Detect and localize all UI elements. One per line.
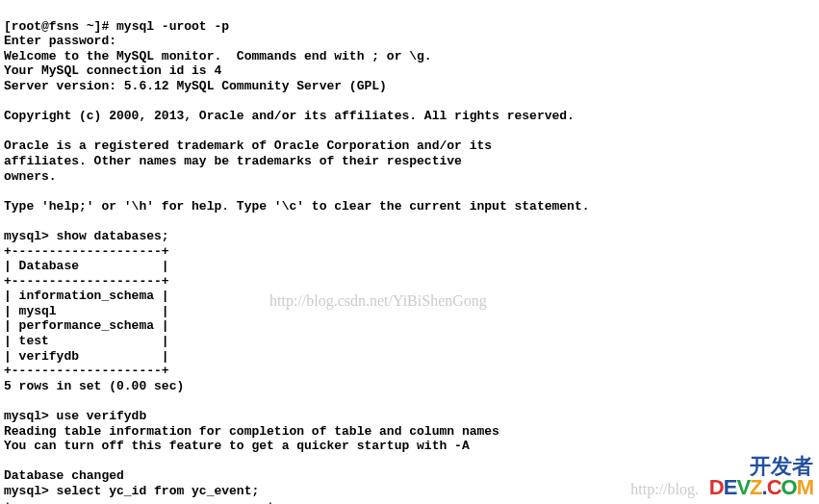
table-border: +--------------------+ xyxy=(4,244,169,259)
connection-id-text: Your MySQL connection id is 4 xyxy=(4,63,221,78)
copyright-text: Copyright (c) 2000, 2013, Oracle and/or … xyxy=(4,109,575,123)
use-database-command[interactable]: use verifydb xyxy=(57,409,147,423)
mysql-prompt: mysql> xyxy=(4,484,57,498)
select-command[interactable]: select yc_id from yc_event; xyxy=(57,484,260,498)
mysql-login-command[interactable]: mysql -uroot -p xyxy=(116,19,229,34)
help-text: Type 'help;' or '\h' for help. Type '\c'… xyxy=(4,199,590,214)
mysql-prompt: mysql> xyxy=(4,229,57,243)
shell-prompt: [root@fsns ~]# xyxy=(4,19,116,34)
password-prompt: Enter password: xyxy=(4,34,116,48)
table-border: +--------------------+ xyxy=(4,274,169,289)
table-row: | verifydb | xyxy=(4,349,169,364)
table-row: | information_schema | xyxy=(4,289,169,303)
trademark-text-1: Oracle is a registered trademark of Orac… xyxy=(4,139,492,153)
table-row: | mysql | xyxy=(4,304,169,318)
terminal-output: [root@fsns ~]# mysql -uroot -p Enter pas… xyxy=(4,4,815,504)
table-border: +--------------------+ xyxy=(4,364,169,378)
reading-table-info-text: Reading table information for completion… xyxy=(4,424,499,439)
turn-off-feature-text: You can turn off this feature to get a q… xyxy=(4,439,470,453)
show-databases-command[interactable]: show databases; xyxy=(57,229,169,243)
trademark-text-2: affiliates. Other names may be trademark… xyxy=(4,154,462,168)
server-version-text: Server version: 5.6.12 MySQL Community S… xyxy=(4,79,387,93)
table-row: | test | xyxy=(4,334,169,348)
mysql-prompt: mysql> xyxy=(4,409,57,423)
table-header: | Database | xyxy=(4,259,169,273)
trademark-text-3: owners. xyxy=(4,169,57,184)
welcome-text: Welcome to the MySQL monitor. Commands e… xyxy=(4,49,432,63)
row-summary: 5 rows in set (0.00 sec) xyxy=(4,379,184,393)
table-row: | performance_schema | xyxy=(4,318,169,333)
database-changed-text: Database changed xyxy=(4,468,124,483)
table-border: +----------------------------------+ xyxy=(4,499,274,504)
